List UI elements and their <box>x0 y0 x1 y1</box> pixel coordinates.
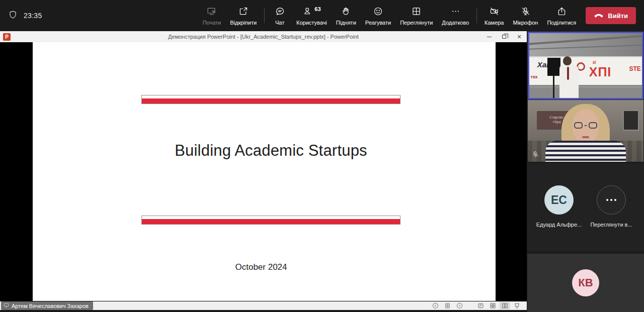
screen-share-small-icon <box>4 302 9 309</box>
participant-name: Едуард Альфре... <box>536 222 582 228</box>
view-button[interactable]: Переглянути <box>395 2 437 30</box>
view-more-item[interactable]: Переглянути в... <box>584 185 639 228</box>
ellipsis-icon <box>450 6 461 18</box>
participants-icon <box>302 6 313 18</box>
unpin-icon <box>238 6 249 18</box>
presenter-video-scene: Xami тех зі ХПІ STE <box>529 33 642 98</box>
restore-button[interactable] <box>497 31 512 42</box>
share-icon <box>556 6 567 18</box>
reading-view-button[interactable] <box>500 302 510 309</box>
slide-date: October 2024 <box>33 262 490 272</box>
phone-hangup-icon <box>594 12 604 20</box>
banner-text-zi: зі <box>592 60 596 65</box>
camera-off-icon <box>489 6 500 18</box>
toolbar-divider <box>264 8 265 23</box>
minimize-button[interactable] <box>481 31 497 42</box>
prompter-screen <box>547 58 560 76</box>
slideshow-menu-button[interactable] <box>442 302 452 309</box>
mic-off-icon <box>520 6 531 18</box>
microphone-button[interactable]: Мікрофон <box>509 2 543 30</box>
participants-button[interactable]: 63 Користувачі <box>292 2 332 30</box>
restore-icon <box>502 35 506 39</box>
close-button[interactable]: ✕ <box>512 31 527 42</box>
chat-button[interactable]: Чат <box>268 2 292 30</box>
grid-view-button[interactable] <box>488 302 498 309</box>
banner-text-khpi: ХПІ <box>589 65 612 79</box>
toolbar-divider <box>476 8 477 23</box>
slideshow-stage: Building Academic Startups October 2024 <box>0 42 527 301</box>
meeting-time: 23:35 <box>24 12 42 20</box>
close-icon: ✕ <box>517 34 521 40</box>
raise-hand-button[interactable]: Підняти <box>332 2 361 30</box>
next-slide-button[interactable] <box>454 302 464 309</box>
slide-accent-bar-top <box>141 95 400 104</box>
slide-accent-bar-bottom <box>141 216 400 225</box>
stage-banner: Xami тех зі ХПІ STE <box>529 56 642 85</box>
presenter-video-thumbnail[interactable]: Xami тех зі ХПІ STE <box>528 32 643 99</box>
slide-title: Building Academic Startups <box>141 142 400 160</box>
participants-grid: ЕС Едуард Альфре... Переглянути в... <box>527 163 644 251</box>
powerpoint-window: P Демонстрация PowerPoint - [Ukr_Academi… <box>0 31 527 312</box>
participant-tile-kb[interactable]: КВ <box>527 254 644 312</box>
classroom-board <box>623 110 639 131</box>
window-title: Демонстрация PowerPoint - [Ukr_Academic_… <box>0 34 527 40</box>
more-participants-icon[interactable] <box>597 185 626 215</box>
participants-sidebar: Xami тех зі ХПІ STE Стартап- «Spa <box>527 31 644 312</box>
attendee-video-thumbnail[interactable]: Стартап- «Spa <box>528 100 643 162</box>
slideshow-view-button[interactable] <box>512 302 522 309</box>
avatar[interactable]: ЕС <box>544 185 574 215</box>
mic-muted-icon <box>531 150 539 158</box>
more-button[interactable]: Додатково <box>437 2 473 30</box>
start-share-icon <box>206 6 217 18</box>
slide: Building Academic Startups October 2024 <box>33 42 496 301</box>
chat-icon <box>275 6 285 18</box>
window-bottom-edge <box>0 310 527 312</box>
leave-button[interactable]: Вийти <box>586 7 636 24</box>
raise-hand-icon <box>341 6 351 18</box>
unpin-button[interactable]: Відкріпити <box>225 2 261 30</box>
attendee-video-scene: Стартап- «Spa <box>528 100 643 162</box>
camera-button[interactable]: Камера <box>480 2 508 30</box>
previous-slide-button[interactable] <box>430 302 440 309</box>
banner-text-tex: тех <box>530 74 537 79</box>
start-share-button[interactable]: Почати <box>198 2 226 30</box>
participants-count: 63 <box>314 6 320 12</box>
view-grid-icon <box>411 6 422 18</box>
react-button[interactable]: Реагувати <box>361 2 395 30</box>
meeting-toolbar: 23:35 Почати Відкріпити Чат <box>0 0 644 31</box>
avatar: КВ <box>572 269 599 296</box>
speaker-figure <box>559 65 579 98</box>
participant-item[interactable]: ЕС Едуард Альфре... <box>531 185 587 228</box>
react-icon <box>373 6 383 18</box>
presenter-name-overlay: Артем Вячеславович Захаров <box>1 301 93 310</box>
shield-icon <box>8 10 18 22</box>
powerpoint-titlebar[interactable]: P Демонстрация PowerPoint - [Ukr_Academi… <box>0 31 527 42</box>
share-button[interactable]: Поділитися <box>542 2 581 30</box>
notes-view-button[interactable] <box>475 302 486 309</box>
banner-text-ste: STE <box>629 65 640 72</box>
minimize-icon <box>487 37 492 37</box>
view-more-label: Переглянути в... <box>590 222 632 228</box>
